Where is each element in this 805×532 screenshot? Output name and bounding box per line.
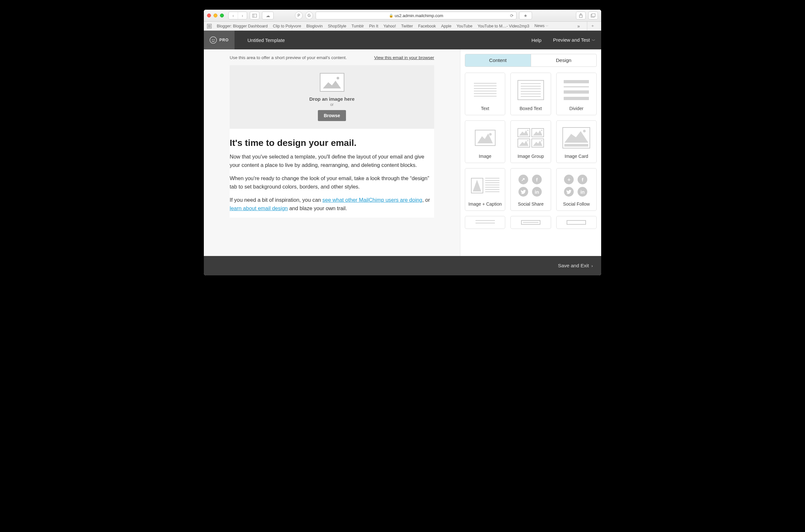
block-placeholder[interactable] bbox=[465, 216, 505, 229]
block-boxed-text[interactable]: Boxed Text bbox=[510, 73, 551, 115]
block-label: Image + Caption bbox=[469, 202, 502, 207]
bookmark-item[interactable]: Clip to Polyvore bbox=[273, 24, 301, 28]
email-paragraph[interactable]: If you need a bit of inspiration, you ca… bbox=[230, 196, 434, 217]
bookmark-item[interactable]: Tumblr bbox=[351, 24, 364, 28]
icloud-button[interactable]: ☁ bbox=[262, 12, 274, 19]
sidebar-button[interactable] bbox=[250, 12, 259, 19]
preheader-row: Use this area to offer a short preview o… bbox=[204, 50, 460, 65]
block-label: Image Group bbox=[517, 154, 544, 159]
window-controls bbox=[207, 14, 224, 17]
chevron-down-icon: ﹀ bbox=[592, 38, 596, 42]
image-dropzone[interactable]: Drop an image here or Browse bbox=[230, 65, 434, 129]
bookmark-item[interactable]: Pin It bbox=[369, 24, 378, 28]
bookmark-item[interactable]: Apple bbox=[441, 24, 451, 28]
bookmark-item[interactable]: YouTube to M…- Video2mp3 bbox=[477, 24, 529, 28]
block-label: Text bbox=[481, 106, 489, 111]
tab-content[interactable]: Content bbox=[465, 54, 531, 66]
chevron-right-icon: › bbox=[591, 264, 593, 268]
social-follow-icon: ＋ f in bbox=[564, 175, 589, 196]
tabs-button[interactable] bbox=[588, 12, 598, 19]
svg-rect-5 bbox=[592, 14, 596, 17]
image-placeholder-icon bbox=[320, 73, 344, 92]
svg-point-8 bbox=[214, 39, 215, 40]
new-tab-button[interactable]: ＋ bbox=[587, 22, 598, 30]
share-button[interactable] bbox=[576, 12, 586, 19]
reload-icon[interactable]: ⟳ bbox=[510, 13, 514, 18]
bookmarks-overflow-button[interactable]: » bbox=[575, 23, 582, 29]
text-lines-icon bbox=[476, 220, 495, 225]
block-placeholder[interactable] bbox=[510, 216, 551, 229]
email-paragraph[interactable]: Now that you've selected a template, you… bbox=[230, 153, 434, 174]
side-panel: Content Design Text Boxed Text Divider bbox=[460, 50, 601, 256]
bookmark-item[interactable]: Twitter bbox=[401, 24, 413, 28]
block-label: Social Share bbox=[518, 202, 543, 207]
social-share-icon: ↗ f in bbox=[518, 175, 543, 196]
code-block-icon bbox=[567, 220, 586, 225]
pinterest-extension-icon[interactable]: P bbox=[295, 12, 303, 19]
block-divider[interactable]: Divider bbox=[556, 73, 597, 115]
block-grid: Text Boxed Text Divider Image Image Grou… bbox=[460, 73, 601, 233]
fullscreen-window-button[interactable] bbox=[220, 14, 224, 17]
browse-button[interactable]: Browse bbox=[318, 110, 346, 121]
bookmark-item[interactable]: Bloglovin bbox=[306, 24, 323, 28]
block-image-card[interactable]: Image Card bbox=[556, 120, 597, 163]
svg-point-6 bbox=[210, 37, 217, 43]
block-label: Social Follow bbox=[563, 202, 589, 207]
apps-grid-icon[interactable] bbox=[207, 24, 212, 28]
bookmark-item[interactable]: ShopStyle bbox=[328, 24, 346, 28]
share-arrow-icon: ↗ bbox=[518, 175, 528, 184]
address-bar[interactable]: 🔒 us2.admin.mailchimp.com ⟳ bbox=[316, 12, 516, 19]
block-social-share[interactable]: ↗ f in Social Share bbox=[510, 168, 551, 211]
brand-badge[interactable]: PRO bbox=[204, 31, 235, 50]
bookmark-folder[interactable]: News ﹀ bbox=[535, 23, 549, 28]
email-body: Drop an image here or Browse It's time t… bbox=[230, 65, 434, 217]
image-group-icon bbox=[517, 128, 544, 148]
forward-button[interactable]: › bbox=[238, 12, 247, 19]
email-paragraph[interactable]: When you're ready to change the look of … bbox=[230, 174, 434, 196]
bookmark-item[interactable]: Facebook bbox=[418, 24, 436, 28]
block-image[interactable]: Image bbox=[465, 120, 505, 163]
preview-and-test-menu[interactable]: Preview and Test﹀ bbox=[547, 37, 601, 43]
block-label: Boxed Text bbox=[519, 106, 542, 111]
preheader-hint[interactable]: Use this area to offer a short preview o… bbox=[230, 55, 347, 60]
grammarly-extension-icon[interactable]: G bbox=[305, 12, 313, 19]
minimize-window-button[interactable] bbox=[214, 14, 217, 17]
nav-buttons: ‹ › bbox=[228, 12, 247, 19]
learn-design-link[interactable]: learn about email design bbox=[230, 205, 288, 211]
text-lines-icon bbox=[474, 83, 496, 97]
email-canvas: Use this area to offer a short preview o… bbox=[204, 50, 460, 256]
dropzone-title: Drop an image here bbox=[237, 96, 426, 102]
editor-footer: Save and Exit› bbox=[204, 256, 601, 276]
block-label: Divider bbox=[569, 106, 584, 111]
lock-icon: 🔒 bbox=[389, 14, 394, 18]
block-placeholder[interactable] bbox=[556, 216, 597, 229]
linkedin-icon: in bbox=[578, 187, 587, 196]
linkedin-icon: in bbox=[532, 187, 542, 196]
block-image-caption[interactable]: Image + Caption bbox=[465, 168, 505, 211]
boxed-text-icon bbox=[517, 80, 544, 100]
template-title[interactable]: Untitled Template bbox=[235, 37, 285, 43]
block-social-follow[interactable]: ＋ f in Social Follow bbox=[556, 168, 597, 211]
view-in-browser-link[interactable]: View this email in your browser bbox=[374, 55, 434, 60]
bookmark-item[interactable]: Blogger: Blogger Dashboard bbox=[217, 24, 268, 28]
bookmark-item[interactable]: Yahoo! bbox=[383, 24, 396, 28]
boxed-text-icon bbox=[521, 220, 541, 225]
safari-window: ‹ › ☁ P G 🔒 us2.admin.mailchimp.com ⟳ ★ … bbox=[204, 10, 601, 276]
email-heading[interactable]: It's time to design your email. bbox=[230, 129, 434, 153]
divider-icon bbox=[564, 80, 589, 100]
back-button[interactable]: ‹ bbox=[229, 12, 238, 19]
browser-toolbar: ‹ › ☁ P G 🔒 us2.admin.mailchimp.com ⟳ ★ bbox=[204, 10, 601, 22]
inspiration-link[interactable]: see what other MailChimp users are doing bbox=[323, 197, 422, 203]
block-image-group[interactable]: Image Group bbox=[510, 120, 551, 163]
top-sites-button[interactable]: ★ bbox=[519, 12, 532, 19]
mailchimp-logo-icon bbox=[209, 37, 217, 43]
close-window-button[interactable] bbox=[207, 14, 211, 17]
block-label: Image bbox=[479, 154, 491, 159]
block-text[interactable]: Text bbox=[465, 73, 505, 115]
help-link[interactable]: Help bbox=[526, 37, 547, 43]
bookmark-item[interactable]: YouTube bbox=[456, 24, 472, 28]
tab-design[interactable]: Design bbox=[531, 54, 597, 66]
editor-main: Use this area to offer a short preview o… bbox=[204, 50, 601, 256]
image-icon bbox=[475, 130, 496, 146]
save-and-exit-button[interactable]: Save and Exit› bbox=[558, 263, 593, 269]
